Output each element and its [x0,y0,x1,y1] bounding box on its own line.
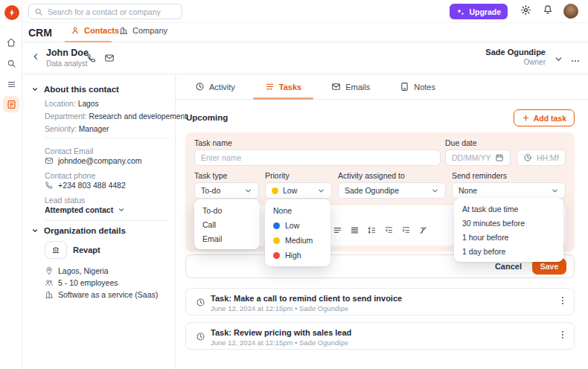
about-section-header[interactable]: About this contact [31,85,119,94]
priority-dot-medium [273,237,280,244]
indent-icon[interactable] [401,225,411,235]
editor-toolbar [333,225,428,235]
reminder-option[interactable]: 1 hour before [454,230,563,244]
due-time-field[interactable] [517,150,566,166]
reminders-select[interactable]: None [452,182,566,199]
due-date-input[interactable] [452,153,490,162]
org-industry-row: Software as a service (Saas) [45,290,158,299]
priority-option[interactable]: Low [265,218,330,233]
search-nav-icon[interactable] [3,55,19,71]
task-type-option[interactable]: Email [194,231,260,246]
task-type-option[interactable]: Call [194,217,260,231]
add-task-label: Add task [534,114,566,123]
reminder-option[interactable]: At task due time [454,202,563,216]
reminder-option[interactable]: 30 minutes before [454,216,563,230]
task-type-value: To-do [201,186,220,195]
priority-option[interactable]: High [265,248,330,263]
align-left-icon[interactable] [333,225,342,235]
priority-option-label: Low [285,221,299,230]
task-name-label: Task name [194,138,232,147]
search-input[interactable] [48,7,176,16]
more-options-icon[interactable] [570,56,581,66]
contact-email-row[interactable]: johndoe@company.com [45,156,142,165]
mail-icon [45,156,54,165]
phone-icon [45,181,54,190]
task-kebab-icon[interactable] [557,295,568,306]
line-spacing-icon[interactable] [367,225,377,235]
tab-company-label: Company [132,26,167,35]
crm-app: Upgrade CRM Contacts Company [0,0,588,369]
lead-status-select[interactable]: Attempted contact [45,205,125,214]
clear-formatting-icon[interactable] [418,225,428,235]
back-chevron-icon[interactable] [31,52,40,61]
tab-tasks[interactable]: Tasks [265,74,301,100]
task-row[interactable]: Task: Review pricing with sales lead Jun… [185,322,575,350]
outdent-icon[interactable] [384,225,394,235]
contact-phone-label: Contact phone [45,171,95,180]
task-type-option[interactable]: To-do [194,203,260,217]
seniority-label: Seniority: [45,125,79,133]
clock-icon [196,332,205,341]
tab-notes-label: Notes [414,83,435,92]
add-task-button[interactable]: Add task [514,109,575,126]
tab-emails[interactable]: Emails [331,74,370,100]
divider [45,138,168,138]
cancel-button[interactable]: Cancel [495,262,522,271]
tab-company[interactable]: Company [119,26,167,35]
priority-option[interactable]: Medium [265,233,330,248]
call-phone-icon[interactable] [86,53,97,63]
icon-rail [0,0,22,369]
priority-select[interactable]: Low [265,182,332,199]
task-row[interactable]: Task: Make a call to remind client to se… [185,288,575,315]
priority-option[interactable]: None [265,203,330,218]
lead-status-label: Lead status [45,196,85,205]
chevron-down-icon [551,187,559,195]
task-meta: June 12, 2024 at 12:15pm • Sade Ogundipe [211,338,348,347]
contact-role: Data analyst [46,60,89,68]
tab-activity[interactable]: Activity [195,74,235,100]
chevron-down-icon [31,86,39,93]
align-justify-icon[interactable] [350,225,359,235]
task-name-input[interactable] [201,153,434,162]
crm-nav-row: CRM Contacts Company [22,23,588,42]
tab-contacts[interactable]: Contacts [71,26,119,35]
due-time-input[interactable] [537,153,559,162]
building-icon [119,26,128,35]
industry-building-icon [45,290,54,299]
org-employees-value: 5 - 10 employees [58,278,118,287]
tab-notes[interactable]: Notes [400,74,435,100]
department-value: Research and developement [89,112,188,121]
calendar-icon[interactable] [495,153,504,162]
detail-tabs: Activity Tasks Emails Notes [176,74,588,100]
notifications-bell-icon[interactable] [543,4,553,15]
assigned-select[interactable]: Sade Ogundipe [338,182,446,199]
search-icon [34,7,43,16]
user-avatar[interactable] [563,4,578,19]
task-name-field[interactable] [194,150,441,166]
location-value: Lagos [78,100,99,108]
settings-gear-icon[interactable] [520,4,531,16]
lists-nav-icon[interactable] [3,76,19,92]
priority-option-label: Medium [285,236,313,245]
topbar: Upgrade [22,0,588,23]
home-icon[interactable] [3,34,19,51]
task-type-select[interactable]: To-do [194,182,259,199]
org-location-value: Lagos, Nigeria [58,266,109,275]
send-email-icon[interactable] [104,53,115,63]
organization-section-header[interactable]: Organization details [31,226,126,235]
page-title: CRM [28,27,52,39]
tab-contacts-label: Contacts [84,26,119,35]
contact-phone-row[interactable]: +234 803 488 4482 [45,181,126,190]
owner-name: Sade Ogundipe [485,48,546,57]
reminder-option[interactable]: 1 day before [454,244,563,258]
task-kebab-icon[interactable] [557,330,568,340]
upgrade-button[interactable]: Upgrade [450,4,508,19]
contact-phone-value: +234 803 488 4482 [58,181,126,190]
app-logo-icon[interactable] [4,5,19,20]
due-date-field[interactable] [445,150,511,166]
global-search[interactable] [28,4,182,19]
contacts-nav-icon[interactable] [3,96,19,112]
contact-email-label: Contact Email [45,147,93,155]
priority-label: Priority [265,171,290,180]
owner-chevron-down-icon[interactable] [554,54,563,64]
